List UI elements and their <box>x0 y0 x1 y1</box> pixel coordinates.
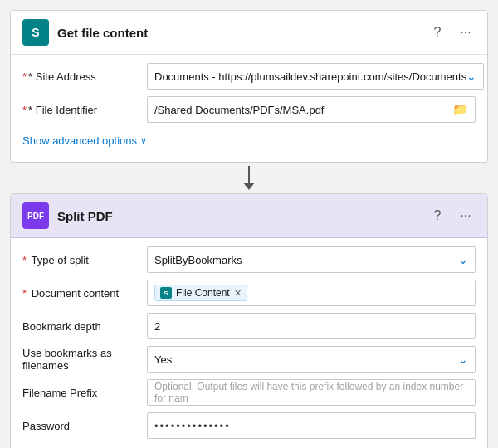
type-of-split-value: SplitByBookmarks <box>154 254 458 266</box>
site-address-row: ** Site Address Documents - https://plum… <box>22 63 476 90</box>
split-pdf-more-button[interactable]: ··· <box>456 206 476 226</box>
use-bookmarks-select[interactable]: Yes ⌄ <box>147 346 476 373</box>
filename-prefix-input[interactable]: Optional. Output files will have this pr… <box>147 379 476 406</box>
file-identifier-value: /Shared Documents/PDFs/MSA.pdf <box>154 104 452 116</box>
get-file-title: Get file content <box>57 26 427 40</box>
document-content-input[interactable]: S File Content ✕ <box>147 280 476 306</box>
type-of-split-chevron-icon: ⌄ <box>458 253 468 266</box>
split-pdf-body: * Type of split SplitByBookmarks ⌄ * Doc… <box>11 238 487 448</box>
folder-icon: 📁 <box>452 102 468 117</box>
document-content-label: * Document content <box>22 287 147 299</box>
use-bookmarks-label: Use bookmarks as filenames <box>22 347 147 372</box>
bookmark-depth-value: 2 <box>154 320 468 333</box>
site-address-label: ** Site Address <box>22 71 147 83</box>
chip-close-icon[interactable]: ✕ <box>234 288 242 299</box>
split-pdf-header: PDF Split PDF ? ··· <box>11 194 487 238</box>
show-advanced-options-link[interactable]: Show advanced options <box>22 134 137 147</box>
show-advanced-options-row: Show advanced options ∨ <box>22 129 476 153</box>
get-file-body: ** Site Address Documents - https://plum… <box>11 55 487 162</box>
file-content-chip: S File Content ✕ <box>154 285 247 301</box>
site-address-chevron-icon: ⌄ <box>466 70 476 83</box>
get-file-header: S Get file content ? ··· <box>11 11 487 55</box>
site-address-select[interactable]: Documents - https://plumsaildev.sharepoi… <box>147 63 484 90</box>
connector-line <box>248 166 250 183</box>
get-file-actions: ? ··· <box>427 22 476 42</box>
type-of-split-label: * Type of split <box>22 254 147 266</box>
split-pdf-actions: ? ··· <box>427 206 476 226</box>
bookmark-depth-label: Bookmark depth <box>22 320 147 333</box>
document-content-row: * Document content S File Content ✕ <box>22 280 476 306</box>
split-pdf-icon: PDF <box>22 202 49 229</box>
filename-prefix-placeholder: Optional. Output files will have this pr… <box>154 381 468 404</box>
password-label: Password <box>22 420 147 432</box>
file-identifier-row: ** File Identifier /Shared Documents/PDF… <box>22 96 476 123</box>
file-identifier-label: ** File Identifier <box>22 104 147 116</box>
password-input[interactable]: •••••••••••••• <box>147 412 476 439</box>
split-pdf-card: PDF Split PDF ? ··· * Type of split Spli… <box>10 193 488 448</box>
show-advanced-chevron-icon: ∨ <box>140 135 147 146</box>
password-value: •••••••••••••• <box>154 420 231 432</box>
type-of-split-select[interactable]: SplitByBookmarks ⌄ <box>147 246 476 273</box>
split-pdf-title: Split PDF <box>57 209 427 223</box>
type-of-split-row: * Type of split SplitByBookmarks ⌄ <box>22 246 476 273</box>
bookmark-depth-row: Bookmark depth 2 <box>22 313 476 339</box>
chip-label: File Content <box>176 287 230 299</box>
password-row: Password •••••••••••••• <box>22 412 476 439</box>
split-pdf-help-button[interactable]: ? <box>427 206 447 226</box>
get-file-card: S Get file content ? ··· ** Site Address… <box>10 10 488 163</box>
connector-arrow-icon <box>243 183 255 190</box>
use-bookmarks-row: Use bookmarks as filenames Yes ⌄ <box>22 346 476 373</box>
site-address-value: Documents - https://plumsaildev.sharepoi… <box>154 71 466 83</box>
use-bookmarks-chevron-icon: ⌄ <box>458 353 468 366</box>
use-bookmarks-value: Yes <box>154 353 458 366</box>
filename-prefix-row: Filename Prefix Optional. Output files w… <box>22 379 476 406</box>
get-file-help-button[interactable]: ? <box>427 22 447 42</box>
connector <box>243 166 255 190</box>
sharepoint-icon: S <box>22 19 49 46</box>
filename-prefix-label: Filename Prefix <box>22 387 147 399</box>
get-file-more-button[interactable]: ··· <box>456 22 476 42</box>
chip-sharepoint-icon: S <box>160 287 172 299</box>
file-identifier-input[interactable]: /Shared Documents/PDFs/MSA.pdf 📁 <box>147 96 476 123</box>
bookmark-depth-input[interactable]: 2 <box>147 313 476 339</box>
